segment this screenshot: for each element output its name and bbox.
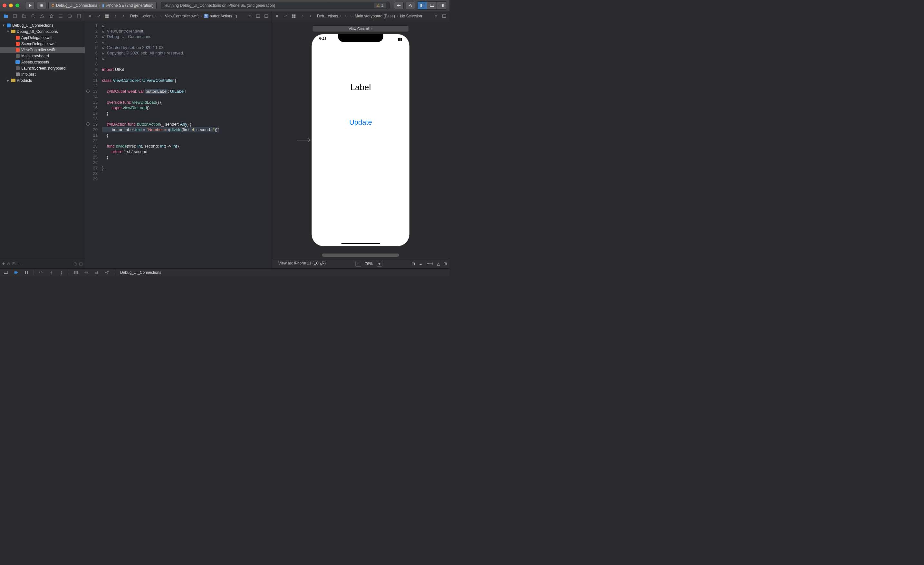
svg-rect-2	[420, 4, 422, 7]
symbol-navigator-tab[interactable]	[20, 13, 28, 19]
close-tab-icon[interactable]: ✕	[274, 13, 280, 19]
navigator-panel: ▼Debug_UI_Connections ▼Debug_UI_Connecti…	[0, 11, 85, 268]
toggle-inspectors[interactable]	[437, 1, 447, 9]
scheme-selector[interactable]: ⚙ Debug_UI_Connections › ▮ iPhone SE (2n…	[48, 1, 157, 9]
svg-point-33	[87, 273, 88, 274]
align-icon[interactable]: ⫠	[419, 262, 423, 266]
focus-editor-icon[interactable]: ⤢	[282, 13, 289, 19]
code-review-button[interactable]	[406, 1, 415, 9]
status-text: Running Debug_UI_Connections on iPhone S…	[165, 3, 276, 8]
tree-products[interactable]: ▶Products	[0, 77, 85, 84]
ib-canvas-container: View Controller 9:41 ▮▮ Label Update	[272, 21, 449, 268]
canvas-scrollbar[interactable]	[322, 253, 399, 257]
debug-navigator-tab[interactable]	[56, 13, 65, 19]
device-frame[interactable]: 9:41 ▮▮ Label Update	[312, 34, 410, 246]
outline-toggle-icon[interactable]: ≡	[433, 13, 439, 19]
toggle-navigator[interactable]	[417, 1, 427, 9]
svg-rect-10	[105, 14, 106, 15]
ui-button[interactable]: Update	[349, 118, 372, 127]
window-controls	[3, 3, 20, 7]
minimize-window[interactable]	[9, 3, 13, 7]
svg-rect-16	[292, 14, 294, 15]
svg-rect-29	[75, 271, 76, 274]
breadcrumb[interactable]: Deb…ctions› › › Main.storyboard (Base)› …	[316, 14, 431, 18]
jump-bar-right: ✕ ⤢ ‹ › Deb…ctions› › › Main.storyboard …	[272, 11, 449, 21]
warning-badge[interactable]: ⚠1	[374, 3, 386, 8]
issue-navigator-tab[interactable]	[38, 13, 47, 19]
nav-back-icon[interactable]: ‹	[112, 13, 118, 19]
tree-file[interactable]: Main.storyboard	[0, 53, 85, 59]
add-button[interactable]: +	[2, 261, 5, 267]
zoom-out-button[interactable]: −	[356, 261, 361, 267]
breakpoint-navigator-tab[interactable]	[65, 13, 74, 19]
scene-header[interactable]: View Controller	[312, 25, 409, 32]
report-navigator-tab[interactable]	[75, 13, 84, 19]
pin-icon[interactable]: ⊢⊣	[426, 262, 433, 266]
adjust-editor-icon[interactable]	[255, 13, 261, 19]
close-window[interactable]	[3, 3, 6, 7]
add-editor-icon[interactable]	[263, 13, 270, 19]
toggle-debug-area[interactable]	[427, 1, 437, 9]
continue-icon[interactable]	[23, 269, 30, 276]
focus-editor-icon[interactable]: ⤢	[95, 13, 102, 19]
nav-forward-icon[interactable]: ›	[308, 13, 314, 19]
zoom-in-button[interactable]: +	[376, 261, 382, 267]
entry-point-arrow[interactable]	[296, 137, 312, 144]
test-navigator-tab[interactable]	[47, 13, 56, 19]
tree-file[interactable]: Info.plist	[0, 71, 85, 77]
step-out-icon[interactable]	[58, 269, 65, 276]
editor-options-icon[interactable]: ≡	[246, 13, 253, 19]
filter-input[interactable]	[12, 262, 72, 266]
panel-toggle-group	[417, 1, 447, 10]
source-code[interactable]: 1234567891011121314151617181920212223242…	[85, 21, 272, 268]
interface-builder-editor: ✕ ⤢ ‹ › Deb…ctions› › › Main.storyboard …	[272, 11, 449, 268]
close-tab-icon[interactable]: ✕	[87, 13, 93, 19]
embed-in-icon[interactable]: ⊡	[412, 262, 415, 266]
svg-rect-24	[4, 273, 8, 274]
library-button[interactable]	[394, 1, 404, 9]
scm-filter-icon[interactable]: ▢	[79, 261, 83, 266]
tree-group[interactable]: ▼Debug_UI_Connections	[0, 28, 85, 34]
debug-view-icon[interactable]	[73, 269, 79, 276]
source-control-navigator-tab[interactable]	[10, 13, 19, 19]
nav-forward-icon[interactable]: ›	[120, 13, 127, 19]
run-button[interactable]	[25, 1, 35, 9]
svg-rect-18	[292, 16, 294, 17]
environment-icon[interactable]	[93, 269, 100, 276]
find-navigator-tab[interactable]	[28, 13, 38, 19]
tree-file[interactable]: SceneDelegate.swift	[0, 40, 85, 47]
ib-canvas[interactable]: View Controller 9:41 ▮▮ Label Update	[272, 21, 449, 259]
resolve-icon[interactable]: △	[437, 262, 440, 266]
code-editor: ✕ ⤢ ‹ › Debu…ctions› › ViewController.sw…	[85, 11, 272, 268]
step-into-icon[interactable]	[48, 269, 54, 276]
svg-rect-19	[294, 16, 296, 17]
nav-back-icon[interactable]: ‹	[299, 13, 305, 19]
debug-bar: Debug_UI_Connections	[0, 268, 449, 276]
zoom-window[interactable]	[15, 3, 20, 7]
breakpoints-toggle-icon[interactable]	[13, 269, 20, 276]
project-navigator-tab[interactable]	[1, 13, 10, 19]
related-items-icon[interactable]	[104, 13, 110, 19]
tree-file-selected[interactable]: ViewController.swift	[0, 47, 85, 53]
embed-icon[interactable]: ⊞	[444, 262, 447, 266]
breadcrumb[interactable]: Debu…ctions› › ViewController.swift› Mbu…	[129, 14, 244, 18]
recent-filter-icon[interactable]: ◷	[74, 261, 77, 266]
location-icon[interactable]	[104, 269, 110, 276]
add-editor-icon[interactable]	[441, 13, 447, 19]
hide-debug-icon[interactable]	[3, 269, 9, 276]
ui-label[interactable]: Label	[351, 82, 371, 93]
tree-file[interactable]: LaunchScreen.storyboard	[0, 65, 85, 71]
svg-rect-7	[13, 15, 16, 18]
debug-target[interactable]: Debug_UI_Connections	[118, 270, 161, 275]
project-tree: ▼Debug_UI_Connections ▼Debug_UI_Connecti…	[0, 21, 85, 259]
step-over-icon[interactable]	[38, 269, 44, 276]
svg-rect-12	[105, 16, 106, 17]
tree-file[interactable]: Assets.xcassets	[0, 59, 85, 65]
tree-project-root[interactable]: ▼Debug_UI_Connections	[0, 22, 85, 28]
memory-graph-icon[interactable]	[83, 269, 90, 276]
svg-rect-25	[25, 271, 26, 274]
view-as-label[interactable]: View as: iPhone 11 (wC hR)	[278, 261, 326, 266]
stop-button[interactable]	[37, 1, 46, 9]
related-items-icon[interactable]	[291, 13, 297, 19]
tree-file[interactable]: AppDelegate.swift	[0, 34, 85, 40]
